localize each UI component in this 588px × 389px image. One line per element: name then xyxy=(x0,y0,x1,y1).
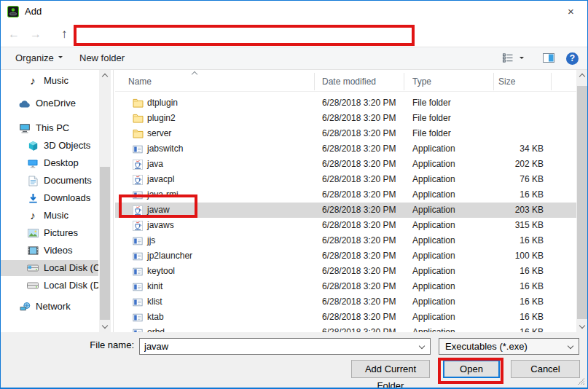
folder-icon xyxy=(132,114,144,123)
file-type-value: Executables (*.exe) xyxy=(445,341,528,352)
file-type-select[interactable]: Executables (*.exe) xyxy=(439,338,579,355)
column-separator[interactable] xyxy=(314,73,315,90)
command-toolbar: Organize New folder ? xyxy=(1,47,587,70)
app-icon xyxy=(132,236,144,246)
file-row-dtplugin[interactable]: dtplugin6/28/2018 3:20 PMFile folder xyxy=(115,95,576,111)
column-header-type[interactable]: Type xyxy=(412,70,431,92)
sidebar-scroll-thumb[interactable] xyxy=(100,167,110,320)
file-size: 16 KB xyxy=(493,279,551,294)
file-type: Application xyxy=(404,248,493,264)
download-icon xyxy=(26,193,39,204)
file-row-klist[interactable]: klist6/28/2018 3:20 PMApplication16 KB xyxy=(115,294,576,310)
chevron-down-icon xyxy=(58,56,63,60)
sidebar-item-label: Videos xyxy=(44,243,73,259)
sidebar-item-music[interactable]: ♪Music xyxy=(1,208,98,224)
file-type: Application xyxy=(404,141,493,157)
add-current-folder-button[interactable]: Add Current Folder xyxy=(351,360,430,378)
list-scroll-thumb[interactable] xyxy=(577,86,587,319)
file-row-server[interactable]: server6/28/2018 3:20 PMFile folder xyxy=(115,126,576,141)
file-size xyxy=(493,111,551,126)
sidebar-item-music[interactable]: ♪Music xyxy=(1,73,98,89)
app-icon xyxy=(132,251,144,262)
doc-icon xyxy=(26,176,39,186)
file-row-java[interactable]: java6/28/2018 3:20 PMApplication202 KB xyxy=(115,157,576,172)
navigation-bar: ← → ↑ C:\Program Files (x86)\Minecraft\r… xyxy=(1,23,587,47)
file-row-kinit[interactable]: kinit6/28/2018 3:20 PMApplication16 KB xyxy=(115,279,576,294)
scroll-up-icon[interactable] xyxy=(579,74,584,79)
sidebar-item-documents[interactable]: Documents xyxy=(1,173,98,189)
organize-menu[interactable]: Organize xyxy=(15,47,63,69)
sidebar-item-network[interactable]: Network xyxy=(1,299,98,315)
file-row-orbd[interactable]: orbd6/28/2018 3:20 PMApplication16 KB xyxy=(115,325,576,332)
file-name: plugin2 xyxy=(147,111,176,126)
sidebar-item-label: Music xyxy=(44,73,68,89)
file-size: 76 KB xyxy=(493,172,551,187)
file-row-javaws[interactable]: javaws6/28/2018 3:20 PMApplication315 KB xyxy=(115,218,576,233)
scroll-down-icon[interactable] xyxy=(101,323,107,329)
column-separator[interactable] xyxy=(551,73,552,90)
file-row-jabswitch[interactable]: jabswitch6/28/2018 3:20 PMApplication34 … xyxy=(115,141,576,157)
folder-icon xyxy=(132,129,144,138)
file-name: ktab xyxy=(147,310,164,325)
file-date-modified: 6/28/2018 3:20 PM xyxy=(314,310,404,325)
file-row-ktab[interactable]: ktab6/28/2018 3:20 PMApplication16 KB xyxy=(115,310,576,325)
sidebar-item-desktop[interactable]: Desktop xyxy=(1,155,98,171)
sidebar-item-local-disk-c[interactable]: Local Disk (C:) xyxy=(1,260,98,276)
app-icon xyxy=(132,190,144,200)
file-row-java-rmi[interactable]: java-rmi6/28/2018 3:20 PMApplication16 K… xyxy=(115,187,576,203)
sidebar-scrollbar[interactable] xyxy=(99,70,111,332)
sidebar-item-pictures[interactable]: Pictures xyxy=(1,225,98,241)
file-date-modified: 6/28/2018 3:20 PM xyxy=(314,248,404,264)
sidebar-item-this-pc[interactable]: This PC xyxy=(1,120,98,136)
open-button[interactable]: Open xyxy=(443,360,500,378)
file-type: File folder xyxy=(404,95,493,111)
file-size xyxy=(493,95,551,111)
view-options-chevron-icon[interactable] xyxy=(520,57,524,61)
app-icon xyxy=(132,267,144,277)
change-view-button[interactable] xyxy=(502,53,514,63)
file-name: javaw xyxy=(147,203,170,218)
column-header-size[interactable]: Size xyxy=(498,70,515,92)
file-row-javacpl[interactable]: javacpl6/28/2018 3:20 PMApplication76 KB xyxy=(115,172,576,187)
sidebar-item-videos[interactable]: Videos xyxy=(1,243,98,259)
scroll-up-icon[interactable] xyxy=(101,74,107,79)
file-size: 202 KB xyxy=(493,157,551,172)
file-list-scrollbar[interactable] xyxy=(576,70,588,332)
preview-pane-button[interactable] xyxy=(543,53,554,63)
up-button[interactable]: ↑ xyxy=(61,26,68,42)
file-name: keytool xyxy=(147,264,175,279)
sidebar-item-local-disk-d[interactable]: Local Disk (D:) xyxy=(1,278,98,294)
file-date-modified: 6/28/2018 3:20 PM xyxy=(314,233,404,248)
sidebar-item-3d-objects[interactable]: 3D Objects xyxy=(1,138,98,154)
file-type-chevron-icon xyxy=(568,343,573,349)
column-header-name[interactable]: Name xyxy=(128,70,152,92)
help-button[interactable]: ? xyxy=(566,52,579,65)
close-button[interactable]: × xyxy=(554,1,587,23)
column-separator[interactable] xyxy=(493,73,494,90)
app-icon xyxy=(132,297,144,307)
column-header-date-modified[interactable]: Date modified xyxy=(322,70,376,92)
new-folder-button[interactable]: New folder xyxy=(79,47,125,69)
sidebar-item-onedrive[interactable]: OneDrive xyxy=(1,95,98,111)
file-type: File folder xyxy=(404,126,493,141)
file-row-javaw[interactable]: javaw6/28/2018 3:20 PMApplication203 KB xyxy=(115,203,576,218)
file-row-jp2launcher[interactable]: jp2launcher6/28/2018 3:20 PMApplication1… xyxy=(115,248,576,264)
file-type: Application xyxy=(404,233,493,248)
file-name-input[interactable] xyxy=(140,339,430,354)
file-size: 34 KB xyxy=(493,141,551,157)
back-button[interactable]: ← xyxy=(8,26,20,42)
file-row-jjs[interactable]: jjs6/28/2018 3:20 PMApplication16 KB xyxy=(115,233,576,248)
file-date-modified: 6/28/2018 3:20 PM xyxy=(314,141,404,157)
app-icon xyxy=(7,6,19,17)
sidebar-item-downloads[interactable]: Downloads xyxy=(1,190,98,206)
file-row-plugin2[interactable]: plugin26/28/2018 3:20 PMFile folder xyxy=(115,111,576,126)
sidebar-item-label: This PC xyxy=(36,120,69,136)
resize-grip-icon[interactable] xyxy=(577,377,584,385)
file-row-keytool[interactable]: keytool6/28/2018 3:20 PMApplication16 KB xyxy=(115,264,576,279)
java-icon xyxy=(132,221,144,231)
column-separator[interactable] xyxy=(404,73,404,90)
java-icon xyxy=(132,205,144,216)
forward-button[interactable]: → xyxy=(30,26,42,42)
cancel-button[interactable]: Cancel xyxy=(511,360,580,378)
scroll-down-icon[interactable] xyxy=(579,323,584,329)
